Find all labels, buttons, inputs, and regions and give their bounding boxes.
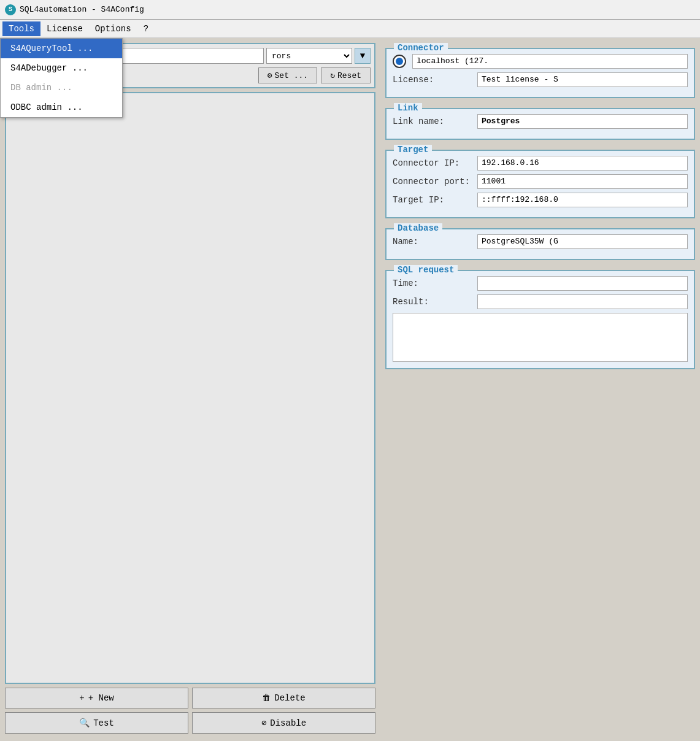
target-ip-row: Target IP: ::ffff:192.168.0: [393, 193, 688, 207]
main-container: rors ▼ ⚙ Set ... ↻ Reset + + Ne: [0, 38, 700, 741]
bottom-buttons: + + New 🗑 Delete 🔍 Test ⊘ Disable: [5, 688, 375, 736]
title-bar: S SQL4automation - S4AConfig: [0, 0, 700, 20]
link-name-label: Link name:: [393, 117, 472, 126]
dropdown-arrow-button[interactable]: ▼: [355, 48, 371, 64]
gear-icon: ⚙: [267, 71, 272, 80]
link-name-row: Link name: Postgres: [393, 114, 688, 129]
sql-time-row: Time:: [393, 276, 688, 291]
link-name-value: Postgres: [477, 114, 688, 129]
connector-port-label: Connector port:: [393, 177, 472, 186]
dropdown-item-odbc-admin[interactable]: ODBC admin ...: [1, 98, 122, 117]
new-button[interactable]: + + New: [5, 688, 188, 708]
dropdown-item-query-tool[interactable]: S4AQueryTool ...: [1, 39, 122, 58]
dropdown-item-db-admin: DB admin ...: [1, 78, 122, 98]
left-panel: rors ▼ ⚙ Set ... ↻ Reset + + Ne: [0, 38, 380, 741]
target-title: Target: [394, 145, 432, 155]
license-row: License: Test license - S: [393, 72, 688, 87]
target-ip-label: Target IP:: [393, 195, 472, 205]
database-title: Database: [394, 223, 442, 233]
sql-result-area: [393, 313, 688, 362]
right-panel: Connector localhost (127. License: Test …: [380, 38, 700, 741]
link-title: Link: [394, 103, 422, 113]
reset-icon: ↻: [330, 71, 335, 80]
connector-title: Connector: [394, 43, 448, 53]
connector-ip-label: Connector IP:: [393, 158, 472, 168]
menu-help[interactable]: ?: [137, 21, 155, 36]
connector-row: localhost (127.: [393, 54, 688, 69]
sql-time-label: Time:: [393, 278, 472, 288]
menu-options[interactable]: Options: [89, 21, 137, 36]
disable-button[interactable]: ⊘ Disable: [192, 712, 375, 734]
disable-icon: ⊘: [261, 718, 266, 728]
license-label: License:: [393, 75, 472, 85]
connector-section: Connector localhost (127. License: Test …: [385, 48, 695, 98]
dropdown-item-debugger[interactable]: S4ADebugger ...: [1, 58, 122, 78]
target-section: Target Connector IP: 192.168.0.16 Connec…: [385, 150, 695, 218]
plus-icon: +: [79, 693, 84, 703]
sql-result-label: Result:: [393, 297, 472, 307]
menu-license[interactable]: License: [40, 21, 89, 36]
connector-radio[interactable]: [393, 55, 406, 68]
sql-request-title: SQL request: [394, 265, 458, 275]
database-section: Database Name: PostgreSQL35W (G: [385, 228, 695, 260]
connector-host-value: localhost (127.: [412, 54, 688, 69]
menu-bar: Tools License Options ? S4AQueryTool ...…: [0, 20, 700, 38]
menu-tools[interactable]: Tools: [2, 21, 40, 36]
sql-result-value: [477, 294, 688, 309]
title-bar-text: SQL4automation - S4AConfig: [20, 5, 144, 14]
sql-time-value: [477, 276, 688, 291]
db-name-value: PostgreSQL35W (G: [477, 234, 688, 249]
connector-port-row: Connector port: 11001: [393, 174, 688, 189]
connector-ip-value: 192.168.0.16: [477, 156, 688, 171]
link-section: Link Link name: Postgres: [385, 108, 695, 140]
search-icon: 🔍: [79, 718, 90, 728]
license-value: Test license - S: [477, 72, 688, 87]
delete-button[interactable]: 🗑 Delete: [192, 688, 375, 708]
target-ip-value: ::ffff:192.168.0: [477, 193, 688, 207]
connector-ip-row: Connector IP: 192.168.0.16: [393, 156, 688, 171]
test-button[interactable]: 🔍 Test: [5, 712, 188, 734]
tools-dropdown-menu: S4AQueryTool ... S4ADebugger ... DB admi…: [0, 38, 123, 118]
reset-button[interactable]: ↻ Reset: [321, 67, 371, 83]
connections-list[interactable]: [5, 92, 375, 684]
sql-request-section: SQL request Time: Result:: [385, 270, 695, 369]
set-button[interactable]: ⚙ Set ...: [258, 67, 317, 83]
connector-port-value: 11001: [477, 174, 688, 189]
db-name-row: Name: PostgreSQL35W (G: [393, 234, 688, 249]
filter-dropdown[interactable]: rors: [266, 48, 352, 64]
sql-result-row: Result:: [393, 294, 688, 309]
trash-icon: 🗑: [262, 693, 271, 703]
db-name-label: Name:: [393, 237, 472, 247]
app-icon: S: [5, 4, 16, 15]
